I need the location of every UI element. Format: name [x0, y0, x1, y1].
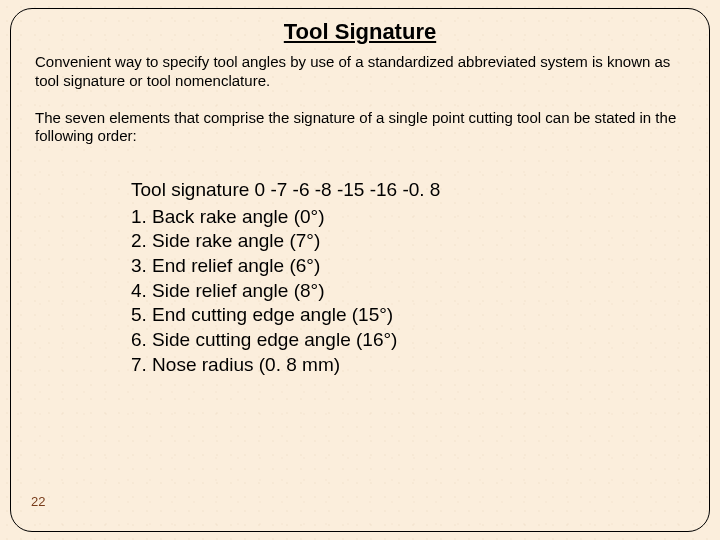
signature-item: 1. Back rake angle (0°) — [131, 205, 685, 230]
signature-block: Tool signature 0 -7 -6 -8 -15 -16 -0. 8 … — [131, 178, 685, 378]
signature-item: 2. Side rake angle (7°) — [131, 229, 685, 254]
signature-item: 5. End cutting edge angle (15°) — [131, 303, 685, 328]
page-number: 22 — [31, 494, 45, 509]
signature-item: 3. End relief angle (6°) — [131, 254, 685, 279]
signature-item: 4. Side relief angle (8°) — [131, 279, 685, 304]
intro-paragraph-2: The seven elements that comprise the sig… — [35, 109, 685, 147]
slide-title: Tool Signature — [35, 19, 685, 45]
slide: Tool Signature Convenient way to specify… — [0, 0, 720, 540]
intro-paragraph-1: Convenient way to specify tool angles by… — [35, 53, 685, 91]
slide-frame: Tool Signature Convenient way to specify… — [10, 8, 710, 532]
signature-item: 6. Side cutting edge angle (16°) — [131, 328, 685, 353]
signature-line: Tool signature 0 -7 -6 -8 -15 -16 -0. 8 — [131, 178, 685, 203]
signature-item: 7. Nose radius (0. 8 mm) — [131, 353, 685, 378]
